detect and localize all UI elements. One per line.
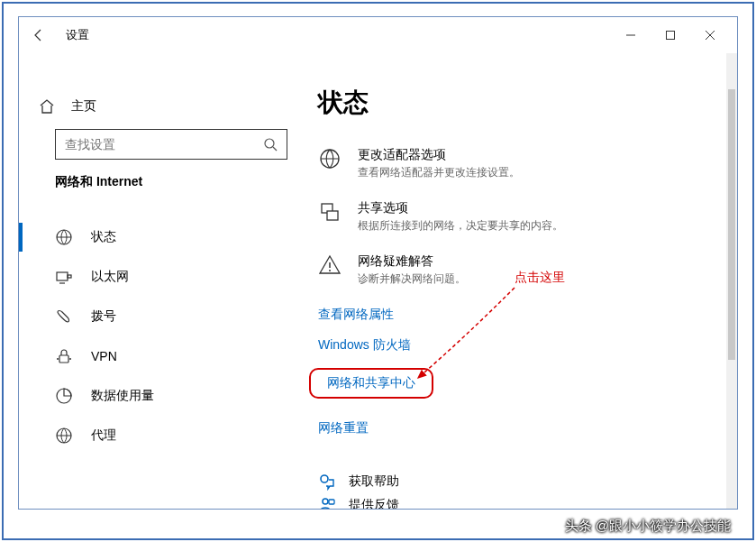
option-sharing[interactable]: 共享选项 根据所连接到的网络，决定要共享的内容。 [318,200,737,234]
data-usage-icon [55,387,73,405]
option-subtitle: 查看网络适配器并更改连接设置。 [358,165,520,180]
nav-list: 状态 以太网 拨号 [19,217,307,455]
home-label: 主页 [71,98,96,115]
svg-line-3 [273,147,277,151]
search-box[interactable] [55,129,287,160]
svg-rect-15 [327,211,338,220]
annotation-highlight: 网络和共享中心 [309,368,433,399]
link-network-reset[interactable]: 网络重置 [318,420,737,436]
option-subtitle: 诊断并解决网络问题。 [358,271,466,287]
maximize-button[interactable] [651,22,690,49]
svg-point-10 [69,358,71,360]
warning-icon [318,253,343,279]
nav-label: 拨号 [91,308,116,325]
option-title: 网络疑难解答 [358,253,466,270]
nav-label: 状态 [91,229,116,245]
nav-item-proxy[interactable]: 代理 [19,416,307,455]
window-title: 设置 [66,27,89,43]
svg-rect-1 [667,32,675,40]
feedback-icon [318,496,336,509]
svg-rect-6 [68,275,71,278]
svg-point-18 [321,475,328,482]
svg-point-2 [265,139,274,148]
help-icon [318,473,336,491]
nav-label: 代理 [91,427,116,444]
svg-rect-8 [59,355,68,363]
feedback-link[interactable]: 提供反馈 [318,496,737,509]
nav-item-ethernet[interactable]: 以太网 [19,257,307,297]
proxy-icon [55,427,73,445]
home-button[interactable]: 主页 [19,89,307,124]
svg-point-9 [57,358,59,360]
nav-label: VPN [91,349,117,363]
watermark: 头条 @跟小小筱学办公技能 [565,518,731,535]
search-icon [263,137,278,152]
option-adapter[interactable]: 更改适配器选项 查看网络适配器并更改连接设置。 [318,147,737,180]
home-icon [39,98,55,115]
scrollbar-thumb[interactable] [728,89,735,360]
back-button[interactable] [26,23,51,48]
get-help-label: 获取帮助 [349,473,399,490]
nav-item-dialup[interactable]: 拨号 [19,297,307,336]
globe-icon [318,147,343,172]
link-sharing-center[interactable]: 网络和共享中心 [327,375,415,391]
status-icon [55,228,73,246]
page-title: 状态 [318,86,737,120]
link-firewall[interactable]: Windows 防火墙 [318,337,737,354]
dialup-icon [55,308,73,326]
get-help-link[interactable]: 获取帮助 [318,473,737,491]
option-title: 更改适配器选项 [358,147,520,163]
nav-item-status[interactable]: 状态 [19,217,307,257]
minimize-button[interactable] [611,22,651,49]
svg-rect-5 [57,272,68,280]
category-title: 网络和 Internet [19,174,307,199]
vpn-icon [55,347,73,365]
nav-item-vpn[interactable]: VPN [19,336,307,376]
option-title: 共享选项 [358,200,563,216]
share-icon [318,200,343,225]
search-input[interactable] [56,130,287,159]
settings-window: 设置 主页 [18,16,738,510]
feedback-label: 提供反馈 [349,497,399,509]
annotation-label: 点击这里 [515,270,565,286]
main-pane: 状态 更改适配器选项 查看网络适配器并更改连接设置。 共享选项 [307,53,737,509]
titlebar: 设置 [19,17,737,53]
nav-label: 以太网 [91,269,129,285]
close-button[interactable] [690,22,730,49]
svg-point-17 [329,270,331,271]
ethernet-icon [55,268,73,286]
svg-point-19 [323,499,328,504]
link-view-props[interactable]: 查看网络属性 [318,307,737,323]
scrollbar[interactable] [726,53,737,509]
svg-rect-20 [329,500,334,504]
nav-label: 数据使用量 [91,388,154,404]
nav-item-data-usage[interactable]: 数据使用量 [19,376,307,416]
option-subtitle: 根据所连接到的网络，决定要共享的内容。 [358,218,563,234]
sidebar: 主页 网络和 Internet 状态 [19,53,307,509]
